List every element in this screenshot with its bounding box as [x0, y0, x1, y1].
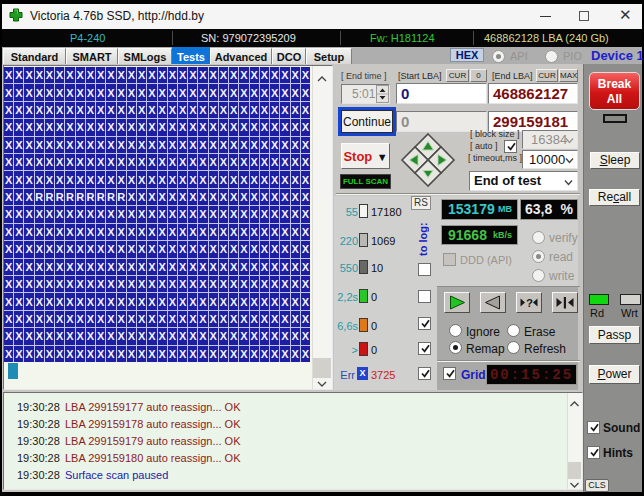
svg-text:?: ? — [526, 297, 533, 309]
